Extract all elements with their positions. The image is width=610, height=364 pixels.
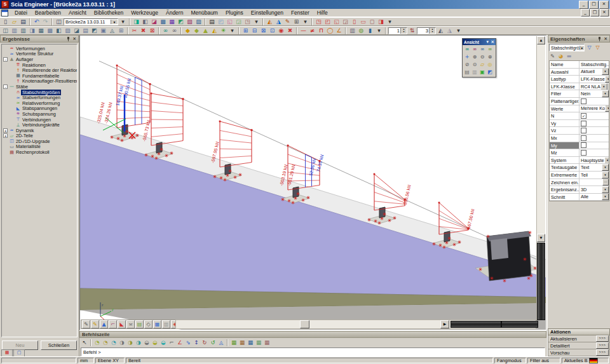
3d-scene-canvas[interactable]: -325.04 kN-324.26 kN149.37 kN100.55 kN-5… bbox=[80, 36, 546, 330]
copy-view-icon[interactable]: ▥ bbox=[471, 69, 478, 76]
spinner-arrows[interactable]: ▴▾ bbox=[400, 28, 407, 34]
property-value[interactable]: Stabschnittg... bbox=[580, 61, 609, 68]
property-value[interactable]: Aktuell▾ bbox=[580, 69, 609, 76]
action-expand-button[interactable]: >>> bbox=[596, 349, 609, 356]
menu-werkzeuge[interactable]: Werkzeuge bbox=[127, 9, 162, 17]
action-expand-button[interactable]: >>> bbox=[596, 335, 609, 342]
mini-icon-4[interactable]: ⌐ bbox=[109, 320, 117, 328]
tree-expander-icon[interactable]: - bbox=[3, 84, 8, 89]
project-combo-dropdown-icon[interactable]: ▾ bbox=[111, 20, 118, 24]
view-mode-3-icon[interactable]: ∞ bbox=[478, 46, 486, 53]
toolbar2-icon-17[interactable]: ✖ bbox=[139, 27, 147, 34]
command-panel-caption[interactable]: Befehlszeile bbox=[79, 331, 546, 338]
status-language[interactable]: Aktuelles B bbox=[562, 358, 609, 363]
command-icon-21[interactable]: ▦ bbox=[238, 339, 246, 347]
print-view-icon[interactable]: ▤ bbox=[463, 69, 471, 76]
checkbox-unchecked[interactable] bbox=[581, 150, 586, 156]
menu-bearbeiten[interactable]: Bearbeiten bbox=[31, 9, 65, 17]
toolbar1-icon-15[interactable]: ▩ bbox=[159, 18, 167, 25]
tree-item-relativverformung[interactable]: ≈Relativverformung bbox=[2, 100, 77, 106]
toolbar2-icon-7[interactable]: ◧ bbox=[55, 27, 63, 34]
property-value[interactable]: Mehrere Ko▾ bbox=[580, 105, 609, 112]
mini-icon-9[interactable]: ▦ bbox=[153, 320, 161, 328]
mini-icon-2[interactable]: ✎ bbox=[91, 320, 99, 328]
horizontal-scrollbar[interactable]: ▶ bbox=[175, 320, 536, 329]
properties-pin-icon[interactable] bbox=[597, 37, 602, 41]
toolbar2-icon-23[interactable]: ◆ bbox=[184, 27, 192, 34]
hscroll-dark-segment[interactable] bbox=[501, 321, 538, 328]
toolbar1-icon-24[interactable]: ◲ bbox=[234, 18, 243, 25]
toolbar1-icon-28[interactable]: ◭ bbox=[266, 18, 274, 25]
command-icon-7[interactable]: ◑ bbox=[126, 339, 134, 347]
toolbar2-icon-10[interactable]: ▤ bbox=[81, 27, 90, 34]
toolbar2-icon-11[interactable]: ◩ bbox=[90, 27, 98, 34]
toolbar2-icon-5[interactable]: ▦ bbox=[37, 27, 45, 34]
command-icon-8[interactable]: ◑ bbox=[135, 339, 142, 347]
mini-icon-10[interactable]: ▥ bbox=[162, 320, 170, 328]
menu-hilfe[interactable]: Hilfe bbox=[313, 9, 332, 17]
menu-ändern[interactable]: Ändern bbox=[162, 9, 187, 17]
command-icon-11[interactable]: ◒ bbox=[159, 339, 167, 347]
toolbar2-icon-18[interactable]: ⊠ bbox=[148, 27, 156, 34]
project-history-dropdown-icon[interactable]: ▾ bbox=[119, 18, 127, 25]
property-value[interactable] bbox=[580, 98, 609, 105]
structure-tab[interactable]: ▢ bbox=[13, 349, 25, 356]
toolbar1-icon-17[interactable]: ◩ bbox=[177, 18, 185, 25]
mini-icon-7[interactable]: ▤ bbox=[135, 320, 144, 328]
ellipsis-button[interactable]: ... bbox=[607, 83, 609, 90]
new-button[interactable]: Neu bbox=[2, 340, 38, 350]
toolbar2-icon-12[interactable]: ▣ bbox=[99, 27, 107, 34]
ansicht-close-icon[interactable]: × bbox=[491, 39, 494, 44]
properties-close-icon[interactable]: × bbox=[604, 36, 607, 41]
toolbar2-icon-2[interactable]: ▥ bbox=[10, 27, 18, 34]
toolbar1-icon-12[interactable]: ◨ bbox=[132, 18, 140, 25]
toolbar1-icon-16[interactable]: ▦ bbox=[168, 18, 176, 25]
toolbar1-icon-25[interactable]: ◳ bbox=[243, 18, 252, 25]
command-icon-15[interactable]: ↕ bbox=[193, 339, 200, 347]
toolbar2-icon-20[interactable]: ∞ bbox=[161, 27, 170, 34]
property-value[interactable]: 3D▾ bbox=[580, 186, 609, 193]
dropdown-icon[interactable]: ▾ bbox=[602, 164, 609, 171]
mdi-minimize-button[interactable]: _ bbox=[581, 9, 590, 17]
command-input[interactable]: Befehl > bbox=[81, 347, 545, 356]
command-icon-14[interactable]: ⇘ bbox=[184, 339, 192, 347]
toolbar1-icon-32[interactable]: ▾ bbox=[301, 18, 309, 25]
property-value[interactable]: RC4 NLA▾... bbox=[580, 83, 609, 90]
mini-icon-8[interactable]: ◇ bbox=[144, 320, 152, 328]
vscroll-thumb[interactable] bbox=[537, 243, 545, 320]
cut-icon[interactable]: ✂ bbox=[130, 27, 139, 34]
filter-edit-icon[interactable]: ▽ bbox=[594, 44, 601, 51]
command-icon-18[interactable]: ◬ bbox=[217, 339, 225, 347]
toolbar2-icon-25[interactable]: ▲ bbox=[201, 27, 210, 34]
toolbar2-icon-38[interactable]: ≠ bbox=[308, 27, 316, 34]
toolbar2-icon-40[interactable]: ◯ bbox=[326, 27, 334, 34]
property-value[interactable]: ... bbox=[580, 179, 609, 186]
toolbar2-icon-41[interactable]: ∠ bbox=[335, 27, 343, 34]
property-value[interactable]: ✓ bbox=[580, 112, 609, 119]
property-value[interactable]: Teil▾ bbox=[580, 172, 609, 179]
tree-item-stäbe[interactable]: -—Stäbe bbox=[2, 84, 77, 90]
toolbar1-icon-31[interactable]: ⊞ bbox=[292, 18, 301, 25]
menu-einstellungen[interactable]: Einstellungen bbox=[247, 9, 287, 17]
zoom-in-icon[interactable]: ⊕ bbox=[471, 53, 478, 61]
mini-icon-1[interactable]: ✎ bbox=[82, 320, 90, 328]
action-vorschau[interactable]: Vorschau>>> bbox=[548, 349, 610, 356]
command-icon-9[interactable]: ◒ bbox=[143, 339, 151, 347]
toolbar1-icon-40[interactable]: ◻ bbox=[368, 18, 376, 25]
load-case-spinner[interactable]: 1▴▾ bbox=[388, 27, 407, 34]
hscroll-dark-segment[interactable] bbox=[451, 321, 501, 328]
restore-button[interactable]: □ bbox=[589, 1, 599, 9]
axes-icon[interactable]: + bbox=[463, 53, 471, 61]
hscroll-right-arrow[interactable]: ▶ bbox=[440, 320, 449, 328]
menu-fenster[interactable]: Fenster bbox=[287, 9, 313, 17]
properties-type-combo[interactable]: Stabschnittgrö ▾ bbox=[549, 44, 585, 51]
tree-item-stabschnittgrößen[interactable]: ∩Stabschnittgrößen bbox=[2, 90, 77, 95]
dropdown-icon[interactable]: ▾ bbox=[602, 69, 609, 76]
edit-icon[interactable]: ✎ bbox=[283, 18, 292, 25]
toolbar2-icon-1[interactable]: ◫ bbox=[1, 27, 10, 34]
property-value[interactable] bbox=[580, 127, 609, 134]
clipping-box-icon[interactable]: ◩ bbox=[486, 69, 494, 76]
tree-item-rechenprotokoll[interactable]: ▤Rechenprotokoll bbox=[2, 149, 77, 155]
results-tab[interactable]: ▦ bbox=[1, 349, 13, 356]
toolbar1-icon-14[interactable]: ◪ bbox=[150, 18, 158, 25]
